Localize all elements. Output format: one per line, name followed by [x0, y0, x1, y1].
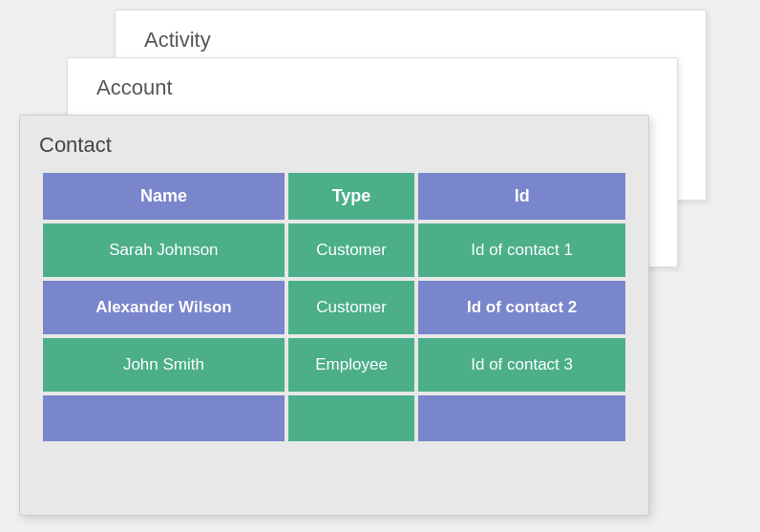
- cell-id-2: Id of contact 2: [418, 281, 625, 334]
- cell-name-2: Alexander Wilson: [43, 281, 285, 334]
- header-type: Type: [288, 173, 414, 220]
- cell-id-3: Id of contact 3: [418, 338, 625, 392]
- contact-card-title: Contact: [20, 116, 648, 169]
- account-card-title: Account: [68, 58, 677, 117]
- cell-name-4: [43, 395, 285, 441]
- table-row: Alexander Wilson Customer Id of contact …: [43, 281, 625, 334]
- table-row: John Smith Employee Id of contact 3: [43, 338, 625, 392]
- cell-name-1: Sarah Johnson: [43, 223, 285, 277]
- cell-type-4: [288, 395, 414, 441]
- cell-id-4: [418, 395, 625, 441]
- cell-name-3: John Smith: [43, 338, 285, 392]
- table-header-row: Name Type Id: [43, 173, 625, 220]
- cell-type-3: Employee: [288, 338, 414, 392]
- contact-card: Contact Name Type Id Sarah Johnson Custo…: [19, 115, 649, 516]
- contact-table: Name Type Id Sarah Johnson Customer Id o…: [39, 169, 629, 445]
- table-row: [43, 395, 625, 441]
- cell-type-1: Customer: [288, 223, 414, 277]
- cell-type-2: Customer: [288, 281, 414, 334]
- cell-id-1: Id of contact 1: [418, 223, 625, 277]
- table-row: Sarah Johnson Customer Id of contact 1: [43, 223, 625, 277]
- header-name: Name: [43, 173, 285, 220]
- header-id: Id: [418, 173, 625, 220]
